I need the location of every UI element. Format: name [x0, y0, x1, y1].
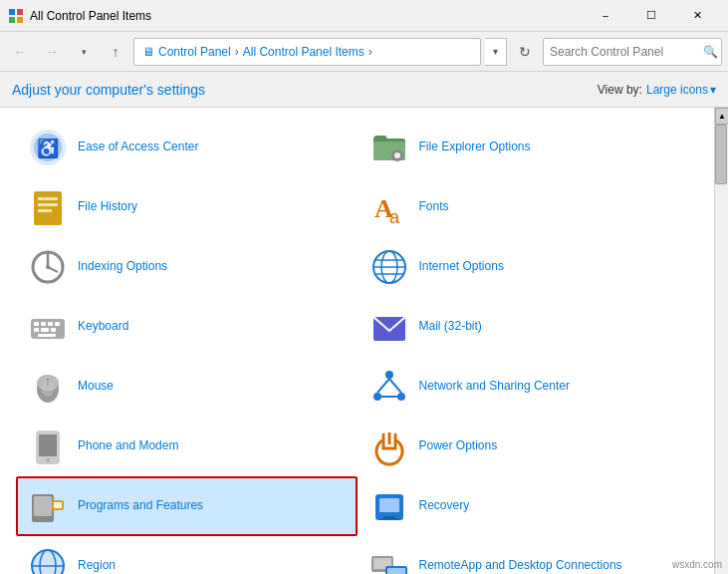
recovery-label: Recovery [419, 498, 470, 514]
keyboard-label: Keyboard [78, 319, 128, 335]
svg-rect-2 [9, 17, 15, 23]
back-button[interactable]: ← [6, 38, 34, 66]
svg-line-42 [377, 379, 389, 393]
fonts-icon: A a [369, 187, 409, 227]
app-icon [8, 8, 24, 24]
refresh-button[interactable]: ↻ [511, 38, 539, 66]
power-options-icon [369, 427, 409, 466]
search-icon[interactable]: 🔍 [703, 45, 718, 59]
svg-rect-54 [379, 498, 399, 512]
internet-options-icon [369, 247, 409, 287]
view-by-text: Large icons [646, 83, 708, 97]
item-keyboard[interactable]: Keyboard [16, 297, 358, 357]
svg-rect-0 [9, 9, 15, 15]
network-sharing-icon [369, 367, 409, 407]
remoteapp-icon [369, 546, 409, 574]
content-area: ♿ Ease of Access Center File Explorer Op… [0, 108, 714, 574]
address-path: 🖥 Control Panel › All Control Panel Item… [133, 38, 481, 66]
svg-rect-10 [34, 191, 62, 225]
minimize-button[interactable]: − [583, 0, 628, 32]
forward-button[interactable]: → [38, 38, 66, 66]
item-phone-modem[interactable]: Phone and Modem [16, 417, 358, 476]
svg-rect-3 [17, 17, 23, 23]
scroll-thumb[interactable] [715, 125, 727, 184]
ease-of-access-icon: ♿ [28, 128, 68, 167]
item-remoteapp[interactable]: RemoteApp and Desktop Connections [358, 536, 699, 574]
svg-rect-46 [39, 434, 57, 456]
window-title: All Control Panel Items [30, 9, 583, 23]
scrollbar[interactable]: ▲ ▼ [714, 108, 728, 574]
svg-point-39 [385, 371, 393, 379]
internet-options-label: Internet Options [419, 259, 504, 275]
programs-features-icon [28, 486, 68, 526]
phone-modem-icon [28, 427, 68, 466]
item-network-sharing[interactable]: Network and Sharing Center [358, 357, 699, 417]
svg-point-38 [42, 381, 54, 397]
toolbar: Adjust your computer's settings View by:… [0, 72, 728, 108]
mail-label: Mail (32-bit) [419, 319, 482, 335]
items-grid: ♿ Ease of Access Center File Explorer Op… [16, 118, 698, 574]
view-by-control: View by: Large icons ▾ [598, 83, 716, 97]
item-mail[interactable]: Mail (32-bit) [358, 297, 699, 357]
svg-rect-13 [38, 209, 52, 212]
item-programs-features[interactable]: Programs and Features [16, 476, 358, 536]
svg-text:a: a [389, 207, 400, 227]
address-dropdown-button[interactable]: ▾ [485, 38, 507, 66]
item-mouse[interactable]: Mouse [16, 357, 358, 417]
power-options-label: Power Options [419, 438, 498, 454]
scroll-track[interactable] [715, 125, 728, 574]
svg-rect-29 [55, 322, 60, 326]
title-bar: All Control Panel Items − ☐ ✕ [0, 0, 728, 32]
indexing-options-label: Indexing Options [78, 259, 167, 275]
dropdown-nav-button[interactable]: ▾ [70, 38, 98, 66]
region-icon [28, 546, 68, 574]
svg-rect-52 [54, 502, 62, 508]
item-power-options[interactable]: Power Options [358, 417, 699, 476]
remoteapp-label: RemoteApp and Desktop Connections [419, 558, 622, 574]
svg-rect-26 [34, 322, 39, 326]
svg-rect-32 [51, 328, 56, 332]
item-ease-of-access[interactable]: ♿ Ease of Access Center [16, 118, 358, 177]
path-segment-all-items[interactable]: All Control Panel Items [243, 45, 364, 59]
ease-of-access-label: Ease of Access Center [78, 140, 198, 155]
maximize-button[interactable]: ☐ [628, 0, 674, 32]
item-internet-options[interactable]: Internet Options [358, 237, 699, 297]
mouse-label: Mouse [78, 379, 114, 395]
file-explorer-options-icon [369, 128, 409, 167]
phone-modem-label: Phone and Modem [78, 438, 178, 454]
up-button[interactable]: ↑ [102, 38, 129, 66]
svg-rect-31 [41, 328, 49, 332]
mouse-icon [28, 367, 68, 407]
control-panel-icon-small: 🖥 [142, 45, 154, 59]
item-region[interactable]: Region [16, 536, 358, 574]
search-box[interactable]: 🔍 [543, 38, 722, 66]
network-sharing-label: Network and Sharing Center [419, 379, 570, 395]
svg-rect-1 [17, 9, 23, 15]
svg-rect-28 [48, 322, 53, 326]
keyboard-icon [28, 307, 68, 347]
item-indexing-options[interactable]: Indexing Options [16, 237, 358, 297]
scroll-up-button[interactable]: ▲ [715, 108, 728, 125]
item-file-explorer-options[interactable]: File Explorer Options [358, 118, 699, 177]
page-heading: Adjust your computer's settings [12, 82, 205, 98]
address-bar: ← → ▾ ↑ 🖥 Control Panel › All Control Pa… [0, 32, 728, 72]
recovery-icon [369, 486, 409, 526]
path-segment-control-panel[interactable]: Control Panel [158, 45, 231, 59]
search-input[interactable] [550, 45, 699, 59]
indexing-options-icon [28, 247, 68, 287]
item-fonts[interactable]: A a Fonts [358, 177, 699, 237]
region-label: Region [78, 558, 116, 574]
file-explorer-options-label: File Explorer Options [419, 140, 531, 155]
svg-rect-11 [38, 197, 58, 200]
watermark: wsxdn.com [672, 559, 722, 570]
path-separator-1: › [235, 45, 239, 59]
svg-rect-50 [34, 496, 52, 516]
close-button[interactable]: ✕ [674, 0, 720, 32]
fonts-label: Fonts [419, 199, 449, 215]
content-wrapper: ♿ Ease of Access Center File Explorer Op… [0, 108, 728, 574]
programs-features-label: Programs and Features [78, 498, 203, 514]
view-by-label: View by: [598, 83, 642, 97]
item-file-history[interactable]: File History [16, 177, 358, 237]
view-by-value[interactable]: Large icons ▾ [646, 83, 716, 97]
item-recovery[interactable]: Recovery [358, 476, 699, 536]
